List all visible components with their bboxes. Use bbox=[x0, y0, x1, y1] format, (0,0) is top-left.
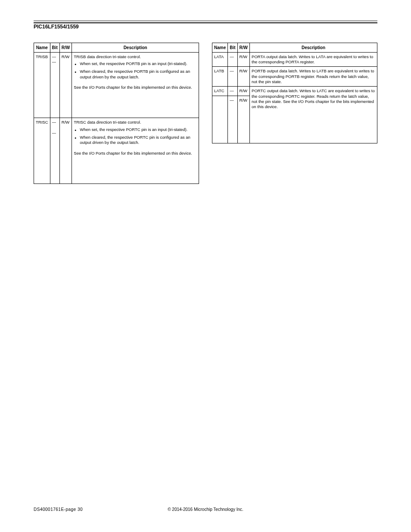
cell-rw: R/W bbox=[237, 67, 249, 87]
cell-bit: — — bbox=[50, 118, 59, 184]
cell-bit: — — bbox=[50, 52, 59, 118]
cell-desc: TRISC data direction tri-state control. … bbox=[72, 118, 199, 184]
footer-center: © 2014-2016 Microchip Technology Inc. bbox=[34, 507, 377, 512]
cell-desc: TRISB data direction tri-state control. … bbox=[72, 52, 199, 118]
col-bit: Bit bbox=[228, 43, 237, 52]
table-row: LATA — R/W PORTA output data latch. Writ… bbox=[212, 52, 377, 67]
col-name: Name bbox=[212, 43, 228, 52]
cell-name bbox=[212, 96, 228, 143]
desc-intro: TRISB data direction tri-state control. bbox=[74, 54, 141, 59]
table-row: LATC — R/W PORTC output data latch. Writ… bbox=[212, 87, 377, 96]
cell-bit: — bbox=[228, 87, 237, 96]
cell-desc: PORTB output data latch. Writes to LATB … bbox=[250, 67, 377, 87]
cell-bit: — bbox=[228, 96, 237, 143]
cell-bit: — bbox=[228, 52, 237, 67]
desc-outro: See the I/O Ports chapter for the bits i… bbox=[74, 85, 192, 90]
table-row: TRISC — — R/W TRISC data direction tri-s… bbox=[34, 118, 199, 184]
cell-desc: PORTC output data latch. Writes to LATC … bbox=[250, 87, 377, 143]
cell-name: LATB bbox=[212, 67, 228, 87]
cell-desc: PORTA output data latch. Writes to LATA … bbox=[250, 52, 377, 67]
list-item: When set, the respective PORTC pin is an… bbox=[74, 127, 197, 132]
table-header-row: Name Bit R/W Description bbox=[34, 43, 199, 52]
cell-rw: R/W bbox=[237, 87, 249, 96]
col-desc: Description bbox=[72, 43, 199, 52]
desc-intro: TRISC data direction tri-state control. bbox=[74, 120, 141, 124]
cell-bit: — bbox=[228, 67, 237, 87]
cell-rw: R/W bbox=[59, 118, 72, 184]
cell-name: TRISC bbox=[34, 118, 50, 184]
cell-name: TRISB bbox=[34, 52, 50, 118]
register-table-left: Name Bit R/W Description TRISB — — R/W T… bbox=[34, 43, 199, 184]
cell-name: LATC bbox=[212, 87, 228, 96]
table-row: TRISB — — R/W TRISB data direction tri-s… bbox=[34, 52, 199, 118]
cell-rw: R/W bbox=[237, 96, 249, 143]
table-header-row: Name Bit R/W Description bbox=[212, 43, 377, 52]
desc-outro: See the I/O Ports chapter for the bits i… bbox=[74, 151, 192, 156]
desc-list: When set, the respective PORTC pin is an… bbox=[74, 127, 197, 146]
register-table-right: Name Bit R/W Description LATA — R/W PORT… bbox=[212, 43, 377, 143]
right-column: Name Bit R/W Description LATA — R/W PORT… bbox=[212, 43, 377, 143]
col-rw: R/W bbox=[237, 43, 249, 52]
cell-name: LATA bbox=[212, 52, 228, 67]
left-column: Name Bit R/W Description TRISB — — R/W T… bbox=[34, 43, 199, 184]
page-header: PIC16LF1554/1559 bbox=[34, 23, 377, 31]
col-name: Name bbox=[34, 43, 50, 52]
list-item: When cleared, the respective PORTC pin i… bbox=[74, 135, 197, 146]
col-desc: Description bbox=[250, 43, 377, 52]
col-bit: Bit bbox=[50, 43, 59, 52]
page-footer: DS40001761E-page 30 © 2014-2016 Microchi… bbox=[34, 507, 377, 512]
header-left: PIC16LF1554/1559 bbox=[34, 24, 79, 31]
desc-list: When set, the respective PORTB pin is an… bbox=[74, 61, 197, 80]
list-item: When set, the respective PORTB pin is an… bbox=[74, 61, 197, 66]
table-row: LATB — R/W PORTB output data latch. Writ… bbox=[212, 67, 377, 87]
list-item: When cleared, the respective PORTB pin i… bbox=[74, 69, 197, 80]
cell-rw: R/W bbox=[59, 52, 72, 118]
col-rw: R/W bbox=[59, 43, 72, 52]
cell-rw: R/W bbox=[237, 52, 249, 67]
